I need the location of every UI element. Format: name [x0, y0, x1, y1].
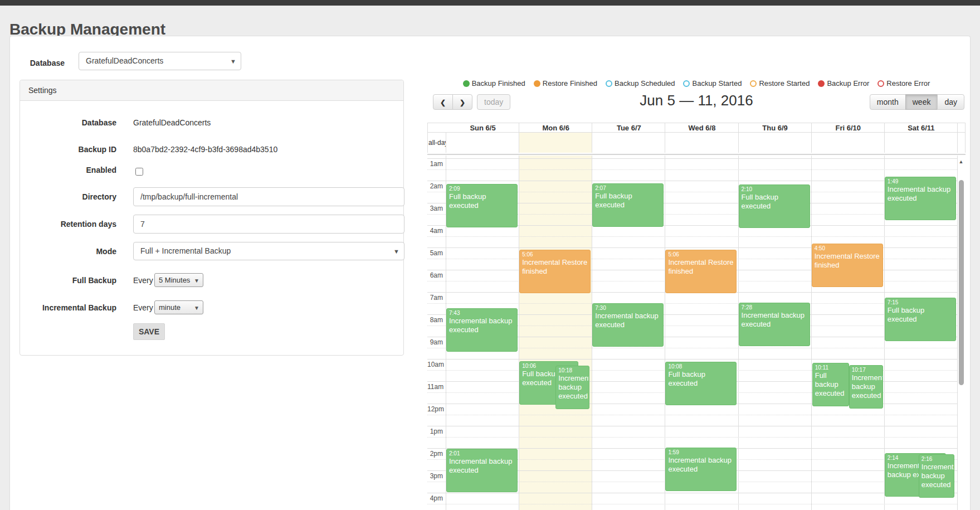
half-hour-line	[427, 437, 957, 438]
chevron-down-icon: ▼	[194, 301, 199, 315]
calendar-event[interactable]: 10:08Full backup executed	[665, 362, 737, 405]
event-title: Incremental backup executed	[595, 312, 661, 329]
event-time: 1:49	[888, 178, 953, 185]
mode-select[interactable]: Full + Incremental Backup ▼	[133, 242, 404, 260]
chevron-down-icon: ▼	[230, 52, 236, 70]
calendar-event[interactable]: 2:10Full backup executed	[739, 184, 810, 228]
half-hour-line	[427, 303, 957, 304]
directory-input[interactable]	[133, 187, 404, 206]
prev-button[interactable]: ❮	[433, 94, 453, 110]
scrollbar-thumb[interactable]	[959, 180, 964, 385]
today-button[interactable]: today	[477, 94, 510, 110]
event-title: Incremental backup executed	[922, 463, 952, 489]
day-header[interactable]: Thu 6/9	[738, 123, 812, 133]
enabled-checkbox[interactable]	[135, 168, 143, 176]
event-title: Incremental backup executed	[668, 456, 734, 474]
event-title: Incremental backup executed	[449, 457, 515, 475]
time-axis-label: 4pm	[427, 494, 443, 502]
event-time: 7:30	[595, 304, 661, 312]
allday-cell[interactable]	[811, 133, 885, 153]
calendar-event[interactable]: 1:49Incremental backup executed	[885, 177, 956, 220]
full-backup-every-label: Every	[133, 276, 153, 285]
full-backup-interval-select[interactable]: 5 Minutes ▼	[154, 273, 203, 287]
chevron-right-icon: ❯	[460, 99, 465, 106]
calendar-event[interactable]: 7:15Full backup executed	[885, 298, 956, 341]
time-axis-label: 11am	[427, 383, 443, 391]
next-button[interactable]: ❯	[452, 94, 472, 110]
calendar-toolbar: Jun 5 — 11, 2016 ❮ ❯ today monthweekday	[427, 92, 966, 111]
allday-cell[interactable]	[665, 133, 738, 153]
legend-label: Restore Error	[886, 79, 930, 88]
event-time: 4:50	[815, 245, 880, 252]
day-header[interactable]: Sun 6/5	[446, 123, 519, 133]
calendar-event[interactable]: 10:18Incremental backup executed	[555, 366, 589, 409]
calendar-event[interactable]: 7:28Incremental backup executed	[739, 303, 810, 346]
view-button-week[interactable]: week	[905, 94, 938, 110]
legend-item: Backup Started	[683, 79, 742, 88]
database-select[interactable]: GratefulDeadConcerts ▼	[79, 52, 241, 70]
database-select-value: GratefulDeadConcerts	[86, 56, 163, 65]
mode-label: Mode	[27, 247, 116, 256]
event-time: 10:08	[668, 363, 734, 370]
legend-item: Backup Error	[818, 79, 869, 88]
view-button-day[interactable]: day	[937, 94, 964, 110]
backup-id-label: Backup ID	[27, 145, 116, 154]
legend-label: Backup Scheduled	[615, 79, 675, 88]
day-header[interactable]: Fri 6/10	[811, 123, 885, 133]
scroll-up-icon[interactable]: ▲	[957, 159, 965, 164]
outlined-circle-icon	[683, 80, 690, 87]
mode-select-value: Full + Incremental Backup	[140, 246, 231, 255]
time-axis-label: 3am	[427, 205, 443, 212]
event-title: Full backup executed	[668, 370, 734, 388]
time-axis-label: 1pm	[427, 428, 443, 435]
day-header[interactable]: Tue 6/7	[592, 123, 665, 133]
retention-days-input[interactable]	[133, 215, 404, 234]
allday-cell[interactable]	[884, 133, 958, 153]
incremental-backup-interval-select[interactable]: minute ▼	[154, 300, 203, 314]
event-time: 7:15	[888, 299, 953, 306]
calendar-nav-group: ❮ ❯	[433, 94, 472, 110]
hour-line	[427, 493, 957, 493]
calendar-event[interactable]: 10:11Full backup executed	[812, 363, 849, 406]
calendar-event[interactable]: 2:07Full backup executed	[592, 183, 664, 227]
event-title: Incremental backup executed	[449, 317, 515, 334]
event-time: 1:59	[668, 449, 734, 456]
event-time: 10:11	[815, 364, 846, 371]
allday-cell[interactable]	[738, 133, 812, 153]
calendar-event[interactable]: 2:16Incremental backup executed	[919, 454, 954, 498]
event-time: 10:18	[558, 367, 587, 374]
calendar-event[interactable]: 4:50Incremental Restore finished	[812, 244, 883, 287]
event-time: 7:28	[742, 304, 807, 311]
chevron-left-icon: ❮	[440, 99, 446, 106]
allday-cell[interactable]	[446, 133, 519, 153]
time-axis-label: 2am	[427, 182, 443, 190]
day-header[interactable]: Wed 6/8	[665, 123, 738, 133]
allday-cell[interactable]	[592, 133, 665, 153]
main-panel: Database GratefulDeadConcerts ▼ Settings…	[9, 36, 971, 510]
calendar-event[interactable]: 10:17Incremental backup executed	[849, 365, 883, 409]
day-header[interactable]: Mon 6/6	[519, 123, 592, 133]
event-time: 2:10	[742, 186, 807, 193]
time-axis-label: 6am	[427, 271, 443, 279]
time-axis-label: 3pm	[427, 472, 443, 480]
event-title: Incremental Restore finished	[522, 258, 588, 276]
event-title: Incremental backup executed	[742, 311, 807, 329]
outlined-circle-icon	[606, 80, 612, 87]
calendar-event[interactable]: 5:06Incremental Restore finished	[519, 250, 591, 293]
calendar-event[interactable]: 7:43Incremental backup executed	[446, 308, 518, 352]
calendar-event[interactable]: 7:30Incremental backup executed	[592, 303, 664, 347]
view-button-month[interactable]: month	[870, 94, 906, 110]
save-button[interactable]: SAVE	[133, 323, 165, 340]
allday-cell[interactable]	[519, 133, 592, 153]
event-time: 2:01	[449, 450, 515, 457]
day-header[interactable]: Sat 6/11	[884, 123, 958, 133]
calendar-event[interactable]: 2:09Full backup executed	[446, 184, 518, 227]
today-column-highlight	[519, 156, 592, 510]
timegrid: 1am2am3am4am5am6am7am8am9am10am11am12pm1…	[427, 156, 966, 510]
calendar-event[interactable]: 5:06Incremental Restore finished	[665, 250, 737, 293]
calendar-event[interactable]: 2:01Incremental backup executed	[446, 449, 518, 492]
enabled-label: Enabled	[27, 166, 116, 174]
calendar-event[interactable]: 1:59Incremental backup executed	[665, 448, 737, 491]
axis-header-cell	[427, 123, 446, 133]
event-title: Full backup executed	[742, 193, 807, 211]
